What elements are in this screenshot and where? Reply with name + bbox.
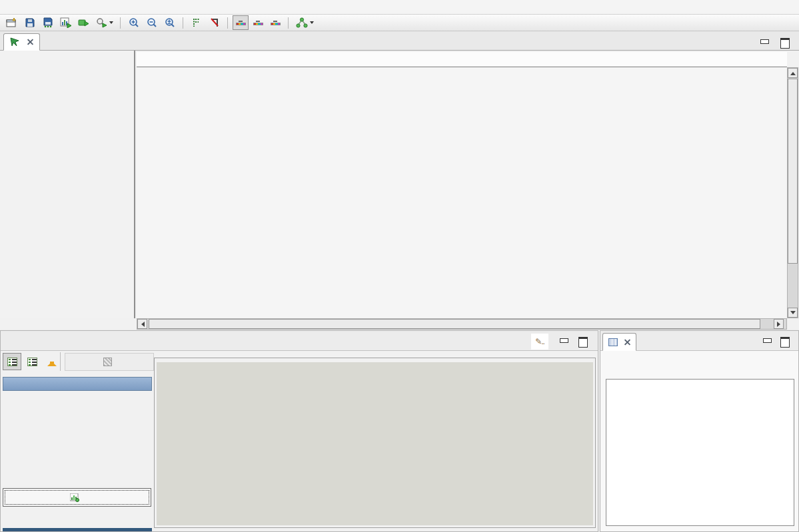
menu-bar (0, 0, 799, 15)
magnifier-run-icon (96, 17, 107, 28)
kernel-mode-strip-icon (236, 23, 246, 25)
next-stage-header-strip (3, 528, 152, 531)
run-application-icon (78, 18, 89, 27)
examine-gpu-usage-button[interactable] (3, 488, 151, 507)
export-pdf-button[interactable] (65, 353, 154, 371)
results-area (157, 362, 593, 525)
zoom-fit-icon (165, 17, 175, 28)
scroll-down-icon (790, 311, 796, 317)
horizontal-scroll-thumb[interactable] (149, 319, 760, 329)
nvvp-window (0, 0, 799, 532)
zoom-out-button[interactable] (143, 15, 160, 30)
scroll-up-button[interactable] (788, 68, 798, 78)
timeline-ruler (137, 52, 787, 67)
tab-session[interactable] (3, 33, 40, 51)
new-session-icon (6, 17, 17, 28)
toolbar-separator (120, 17, 121, 29)
source-mode-label (256, 21, 260, 22)
unguided-list-icon (27, 358, 37, 366)
vertical-scrollbar[interactable] (787, 67, 798, 318)
toolbar-separator (227, 17, 228, 29)
horizontal-scrollbar[interactable] (137, 318, 787, 330)
unguided-analysis-button[interactable] (23, 353, 41, 370)
pc-sampling-strip-icon (271, 23, 281, 25)
results-group (154, 358, 596, 528)
scroll-down-button[interactable] (788, 308, 798, 318)
mark-timeline-button[interactable] (188, 15, 205, 30)
scroll-left-button[interactable] (137, 319, 147, 329)
kernel-mode-button[interactable] (233, 15, 249, 30)
toolbar-separator (183, 17, 183, 29)
properties-icon (608, 338, 618, 346)
flag-mark-icon (192, 17, 201, 28)
analysis-panel (0, 330, 598, 532)
scroll-right-icon (777, 322, 783, 327)
source-mode-strip-icon (253, 23, 263, 25)
back-up-button[interactable] (43, 353, 61, 370)
minimize-view-button[interactable] (760, 38, 769, 46)
view-menu-button[interactable] (531, 334, 548, 350)
flag-clear-icon (210, 17, 219, 28)
zoom-out-icon (147, 17, 157, 28)
source-mode-button[interactable] (250, 15, 266, 30)
maximize-properties-button[interactable] (780, 337, 789, 345)
minimize-properties-button[interactable] (762, 337, 772, 345)
pc-sampling-button[interactable] (267, 15, 283, 30)
minimize-panel-button[interactable] (559, 337, 568, 345)
guided-analysis-button[interactable] (3, 353, 21, 370)
close-icon[interactable] (624, 339, 630, 345)
export-pdf-icon (103, 358, 112, 366)
session-icon (10, 37, 19, 47)
timeline-rows (137, 67, 787, 318)
generate-timeline-button[interactable] (57, 15, 74, 30)
scroll-right-button[interactable] (774, 319, 784, 329)
toolbar-separator (288, 17, 289, 29)
analysis-tree-icon (296, 17, 308, 28)
analysis-content (1, 351, 598, 531)
tab-properties[interactable] (602, 333, 636, 351)
kernel-mode-label (239, 21, 243, 22)
analysis-stage-header (3, 377, 152, 391)
timeline-chart-icon (60, 17, 71, 28)
vertical-scroll-thumb[interactable] (788, 79, 798, 264)
run-application-button[interactable] (75, 15, 92, 30)
scroll-up-icon (790, 69, 796, 75)
analysis-tree-button[interactable] (293, 15, 316, 30)
dropdown-caret-icon (109, 21, 113, 24)
maximize-view-button[interactable] (780, 38, 789, 46)
pc-sampling-label (273, 21, 277, 22)
zoom-in-icon (129, 17, 139, 28)
bottom-tab-bar (1, 331, 598, 351)
save-all-button[interactable] (39, 15, 56, 30)
new-session-button[interactable] (3, 15, 20, 30)
profile-dropdown-button[interactable] (93, 15, 115, 30)
timeline-panel (0, 51, 799, 330)
toolbar-separator (60, 352, 61, 371)
timeline-row-labels (0, 67, 135, 318)
save-icon (25, 17, 35, 28)
zoom-in-button[interactable] (125, 15, 142, 30)
maximize-panel-button[interactable] (578, 337, 587, 345)
clear-marks-button[interactable] (206, 15, 223, 30)
properties-value-box (606, 379, 794, 526)
properties-panel (600, 330, 799, 532)
zoom-fit-button[interactable] (161, 15, 178, 30)
examine-chart-icon (70, 493, 79, 502)
dropdown-caret-icon (310, 21, 314, 24)
save-all-icon (43, 17, 53, 28)
scroll-left-icon (139, 322, 145, 327)
editor-tab-strip (0, 31, 799, 51)
guided-list-icon (7, 358, 17, 366)
save-button[interactable] (21, 15, 38, 30)
up-arrow-icon (47, 357, 57, 366)
close-icon[interactable] (27, 39, 33, 45)
main-toolbar (0, 15, 799, 31)
